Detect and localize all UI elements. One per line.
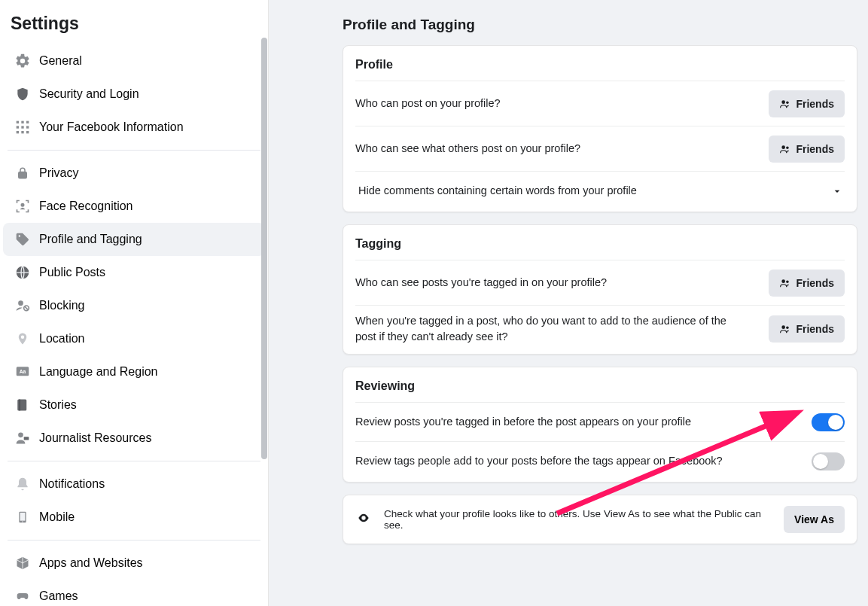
face-scan-icon [9,193,36,220]
sidebar-item-fbinfo[interactable]: Your Facebook Information [3,111,265,144]
sidebar-item-label: Privacy [39,166,78,180]
svg-point-29 [787,327,790,330]
sidebar-item-label: Profile and Tagging [39,233,142,246]
svg-rect-0 [17,121,19,123]
cube-icon [9,550,36,577]
sidebar-item-label: Your Facebook Information [39,120,184,134]
viewas-button[interactable]: View As [784,506,845,533]
svg-rect-20 [20,513,26,521]
sidebar-item-privacy[interactable]: Privacy [3,157,265,190]
sidebar-item-location[interactable]: Location [3,322,265,355]
svg-rect-3 [17,126,19,128]
sidebar-item-blocking[interactable]: Blocking [3,289,265,322]
svg-point-9 [21,204,23,206]
sidebar-item-label: Blocking [39,299,84,312]
friends-button[interactable]: Friends [769,315,845,343]
svg-rect-5 [26,126,29,128]
sidebar-item-general[interactable]: General [3,44,265,78]
toggle-review-tags[interactable] [812,452,845,470]
svg-point-11 [18,300,23,306]
sidebar-item-label: Public Posts [39,266,105,279]
sidebar-item-language[interactable]: Aa Language and Region [3,355,265,388]
sidebar-item-facerecognition[interactable]: Face Recognition [3,190,265,223]
row-label: Review posts you're tagged in before the… [355,414,691,430]
sidebar-title: Settings [0,5,268,44]
sidebar-group-2: Notifications Mobile [0,467,268,534]
sidebar-item-security[interactable]: Security and Login [3,78,265,111]
svg-rect-7 [21,131,23,133]
sidebar-scrollbar[interactable] [260,38,268,459]
row-label: Review tags people add to your posts bef… [355,453,723,469]
sidebar-item-apps[interactable]: Apps and Websites [3,547,265,580]
svg-rect-1 [21,121,23,123]
reviewing-card: Reviewing Review posts you're tagged in … [343,367,857,483]
svg-rect-2 [26,121,29,123]
svg-point-26 [782,279,786,283]
svg-rect-16 [20,400,21,411]
row-see-tagged[interactable]: Who can see posts you're tagged in on yo… [355,260,845,305]
friends-button[interactable]: Friends [769,90,845,117]
sidebar-group-3: Apps and Websites Games [0,547,268,606]
row-add-audience[interactable]: When you're tagged in a post, who do you… [355,305,845,352]
svg-point-28 [782,325,786,329]
sidebar-item-publicposts[interactable]: Public Posts [3,256,265,289]
button-label: Friends [796,277,834,289]
sidebar-item-games[interactable]: Games [3,580,265,606]
row-label: Who can post on your profile? [355,96,501,111]
row-who-can-see-others[interactable]: Who can see what others post on your pro… [355,126,845,171]
sidebar-item-mobile[interactable]: Mobile [3,501,265,534]
sidebar-item-journalist[interactable]: Journalist Resources [3,422,265,455]
row-hide-comments[interactable]: Hide comments containing certain words f… [355,171,845,210]
sidebar-item-profiletagging[interactable]: Profile and Tagging [3,223,265,256]
sidebar-group-0: General Security and Login Your Facebook… [0,44,268,144]
friends-icon [779,144,791,154]
svg-point-30 [363,517,365,519]
sidebar-divider [8,461,260,461]
friends-button[interactable]: Friends [769,136,845,163]
card-title: Reviewing [355,369,845,402]
gear-icon [9,47,36,75]
button-label: Friends [796,143,834,155]
shield-icon [9,81,36,108]
sidebar-item-label: Security and Login [39,87,139,101]
row-label: When you're tagged in a post, who do you… [355,313,747,345]
viewas-text: Check what your profile looks like to ot… [384,508,772,531]
page-title: Profile and Tagging [343,12,857,45]
svg-point-27 [787,280,790,283]
button-label: Friends [796,98,834,110]
sidebar-item-stories[interactable]: Stories [3,388,265,422]
svg-rect-8 [26,131,29,133]
sidebar-item-notifications[interactable]: Notifications [3,467,265,501]
button-label: Friends [796,323,834,335]
row-review-tags[interactable]: Review tags people add to your posts bef… [355,441,845,480]
card-title: Tagging [355,227,845,260]
pin-icon [9,325,36,352]
chevron-down-icon [830,184,845,199]
sidebar-item-label: Games [39,589,78,603]
svg-rect-18 [24,437,29,440]
tagging-card: Tagging Who can see posts you're tagged … [343,224,857,355]
svg-point-23 [787,101,790,104]
svg-text:Aa: Aa [20,369,26,374]
sidebar-divider [8,150,260,151]
friends-icon [779,278,791,288]
settings-sidebar: Settings General Security and Login Your… [0,0,268,606]
grid-icon [9,114,36,141]
svg-point-17 [18,433,23,438]
row-review-posts[interactable]: Review posts you're tagged in before the… [355,402,845,441]
svg-point-21 [22,521,23,522]
svg-point-25 [787,146,790,149]
row-who-can-post[interactable]: Who can post on your profile? Friends [355,81,845,126]
friends-button[interactable]: Friends [769,270,845,297]
gamepad-icon [9,583,36,606]
svg-rect-4 [21,126,23,128]
profile-card: Profile Who can post on your profile? Fr… [343,45,857,212]
sidebar-item-label: Apps and Websites [39,556,143,570]
friends-icon [779,324,791,334]
svg-line-13 [25,306,28,309]
lock-icon [9,160,36,187]
main-content: Profile and Tagging Profile Who can post… [268,0,868,606]
sidebar-item-label: General [39,54,82,68]
card-title: Profile [355,47,845,81]
toggle-review-posts[interactable] [812,413,845,431]
